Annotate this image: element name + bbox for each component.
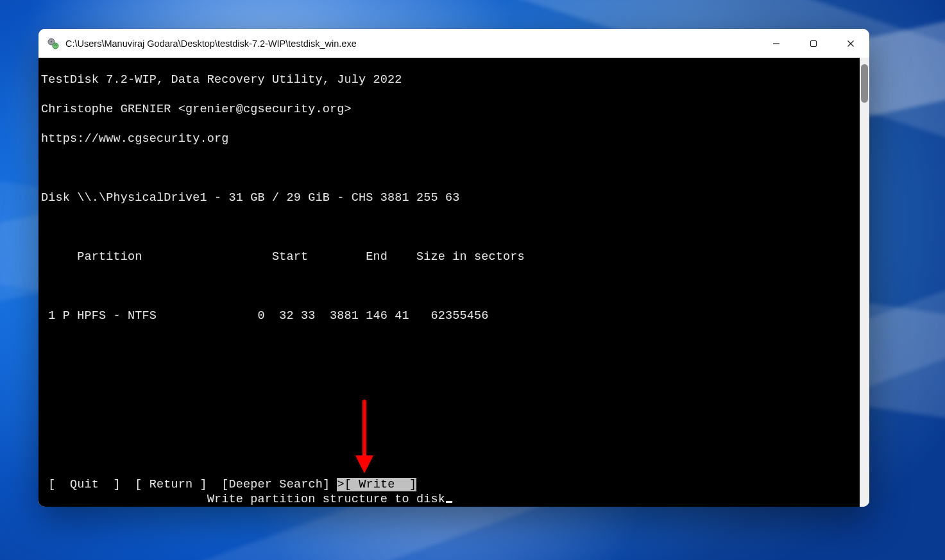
cursor	[446, 501, 452, 503]
header-line-1: TestDisk 7.2-WIP, Data Recovery Utility,…	[41, 72, 860, 87]
svg-rect-4	[811, 40, 817, 46]
svg-point-2	[53, 43, 58, 49]
disk-line: Disk \\.\PhysicalDrive1 - 31 GB / 29 GiB…	[41, 191, 860, 205]
vertical-scrollbar[interactable]	[860, 58, 869, 507]
titlebar[interactable]: C:\Users\Manuviraj Godara\Desktop\testdi…	[38, 29, 869, 58]
terminal-output[interactable]: TestDisk 7.2-WIP, Data Recovery Utility,…	[38, 58, 860, 507]
window-title: C:\Users\Manuviraj Godara\Desktop\testdi…	[65, 38, 357, 49]
scrollbar-thumb[interactable]	[861, 64, 868, 103]
window-controls	[758, 29, 869, 58]
close-button[interactable]	[832, 29, 869, 58]
menu-deeper-search[interactable]: [Deeper Search]	[221, 478, 330, 491]
hint-text: Write partition structure to disk	[207, 493, 445, 506]
partition-row: 1 P HPFS - NTFS 0 32 33 3881 146 41 6235…	[41, 309, 860, 323]
minimize-button[interactable]	[758, 29, 795, 58]
menu-bar: [ Quit ] [ Return ] [Deeper Search] >[ W…	[38, 477, 416, 492]
menu-quit[interactable]: [ Quit ]	[48, 478, 121, 491]
svg-point-1	[51, 40, 52, 42]
console-window: C:\Users\Manuviraj Godara\Desktop\testdi…	[38, 29, 869, 507]
header-line-3: https://www.cgsecurity.org	[41, 132, 860, 146]
columns-header: Partition Start End Size in sectors	[41, 250, 860, 264]
menu-return[interactable]: [ Return ]	[135, 478, 207, 491]
hint-line: Write partition structure to disk	[38, 492, 452, 507]
annotation-arrow-icon	[352, 399, 377, 476]
app-icon	[47, 38, 59, 49]
header-line-2: Christophe GRENIER <grenier@cgsecurity.o…	[41, 102, 860, 117]
maximize-button[interactable]	[795, 29, 832, 58]
svg-marker-8	[355, 455, 373, 473]
menu-write[interactable]: >[ Write ]	[337, 478, 416, 491]
